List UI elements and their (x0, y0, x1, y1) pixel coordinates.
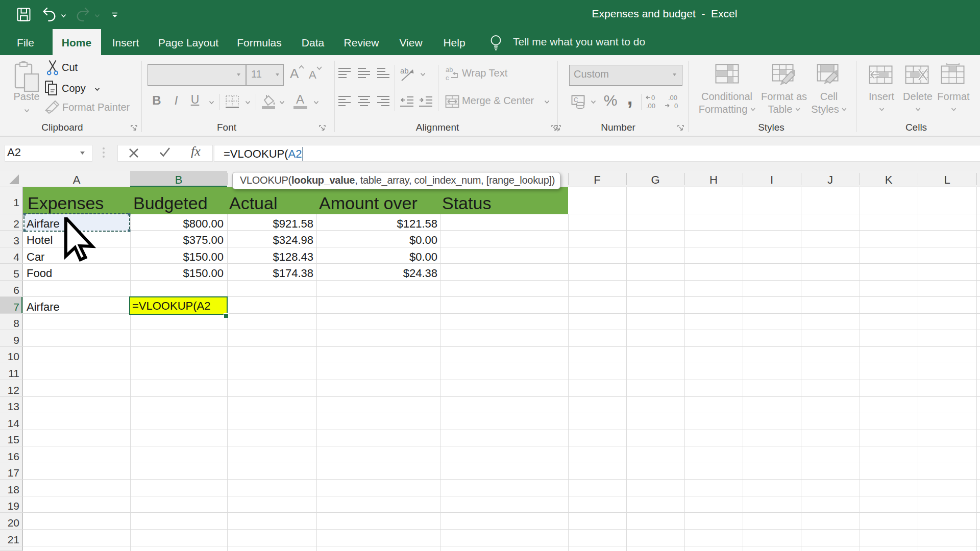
svg-text:c: c (446, 74, 449, 82)
svg-text:0: 0 (651, 94, 655, 102)
svg-text:0: 0 (674, 102, 678, 110)
svg-text:.00: .00 (646, 102, 655, 110)
svg-text:ab: ab (446, 66, 453, 73)
svg-text:.00: .00 (668, 94, 677, 102)
svg-text:ab: ab (400, 66, 409, 75)
